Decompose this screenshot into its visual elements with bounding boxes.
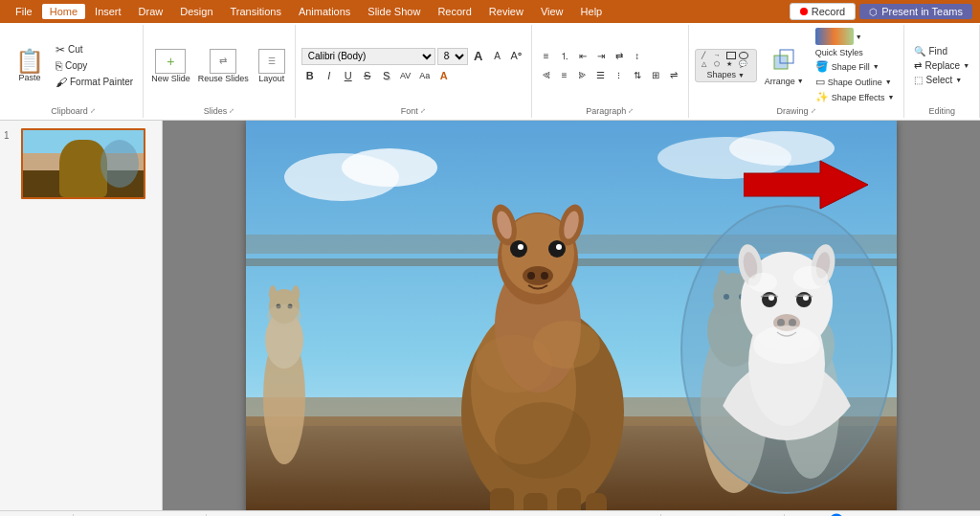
strikethrough-button[interactable]: S bbox=[359, 67, 376, 84]
paste-label: Paste bbox=[18, 73, 40, 82]
italic-button[interactable]: I bbox=[321, 67, 338, 84]
char-spacing-button[interactable]: AV bbox=[397, 67, 414, 84]
shape-pentagon: ⬠ bbox=[714, 60, 725, 68]
change-case-button[interactable]: Aa bbox=[416, 67, 434, 84]
font-size-select[interactable]: 88 bbox=[437, 48, 468, 65]
slides-expand-icon[interactable]: ⤢ bbox=[229, 107, 234, 115]
copy-icon: ⎘ bbox=[56, 59, 62, 73]
arrange-button[interactable]: Arrange ▼ bbox=[761, 42, 808, 90]
paragraph-expand-icon[interactable]: ⤢ bbox=[628, 107, 634, 115]
convert-smartart-button[interactable]: ⇄ bbox=[611, 48, 628, 65]
shape-effects-button[interactable]: ✨ Shape Effects ▼ bbox=[812, 90, 899, 104]
shape-star: ★ bbox=[726, 60, 738, 68]
clipboard-small-buttons: ✂ Cut ⎘ Copy 🖌 Format Painter bbox=[52, 42, 137, 90]
drawing-group: ╱ → △ ⬠ ★ 💬 Shapes ▼ bbox=[689, 25, 905, 118]
font-row-1: Calibri (Body) 88 A A Aᵒ bbox=[301, 48, 525, 65]
indent-increase-button[interactable]: ⇥ bbox=[592, 48, 610, 65]
shape-outline-button[interactable]: ▭ Shape Outline ▼ bbox=[812, 75, 899, 89]
font-row-2: B I U S S AV Aa A bbox=[301, 67, 525, 84]
paragraph-content: ≡ ⒈ ⇤ ⇥ ⇄ ↕ ⫷ ≡ ⫸ ☰ ⫶ ⇅ ⊞ bbox=[538, 27, 682, 104]
menu-insert[interactable]: Insert bbox=[87, 4, 129, 19]
menu-file[interactable]: File bbox=[8, 4, 40, 19]
line-spacing-button[interactable]: ↕ bbox=[629, 48, 646, 65]
align-center-button[interactable]: ≡ bbox=[556, 67, 573, 84]
record-button[interactable]: Record bbox=[790, 3, 856, 20]
fill-dropdown-icon: ▼ bbox=[873, 63, 880, 70]
para-row-2: ⫷ ≡ ⫸ ☰ ⫶ ⇅ ⊞ ⇌ bbox=[538, 67, 682, 84]
copy-button[interactable]: ⎘ Copy bbox=[52, 58, 137, 74]
decrease-font-button[interactable]: A bbox=[489, 48, 506, 65]
bold-button[interactable]: B bbox=[301, 67, 319, 84]
align-right-button[interactable]: ⫸ bbox=[574, 67, 591, 84]
paste-button[interactable]: 📋 Paste bbox=[10, 48, 50, 84]
smartart-convert-button[interactable]: ⇌ bbox=[665, 67, 682, 84]
font-name-select[interactable]: Calibri (Body) bbox=[301, 48, 435, 65]
menu-animations[interactable]: Animations bbox=[291, 4, 358, 19]
menu-home[interactable]: Home bbox=[42, 4, 85, 19]
quick-styles-button[interactable]: ▼ Quick Styles bbox=[812, 27, 899, 58]
editing-buttons: 🔍 Find ⇄ Replace ▼ ⬚ Select ▼ bbox=[910, 45, 973, 86]
shape-outline-icon: ▭ bbox=[815, 76, 825, 88]
numbering-button[interactable]: ⒈ bbox=[556, 48, 573, 65]
indent-decrease-button[interactable]: ⇤ bbox=[574, 48, 591, 65]
menu-transitions[interactable]: Transitions bbox=[223, 4, 289, 19]
find-button[interactable]: 🔍 Find bbox=[910, 45, 973, 57]
slide-1-container: 1 bbox=[4, 128, 158, 199]
slide-panel: 1 bbox=[0, 121, 163, 510]
justify-button[interactable]: ☰ bbox=[592, 67, 610, 84]
menu-draw[interactable]: Draw bbox=[131, 4, 171, 19]
menu-help[interactable]: Help bbox=[573, 4, 611, 19]
svg-point-75 bbox=[753, 325, 820, 364]
align-left-button[interactable]: ⫷ bbox=[538, 67, 555, 84]
clipboard-expand-icon[interactable]: ⤢ bbox=[90, 107, 96, 115]
new-slide-button[interactable]: + New Slide bbox=[149, 47, 192, 85]
format-painter-button[interactable]: 🖌 Format Painter bbox=[52, 75, 137, 90]
align-text-button[interactable]: ⊞ bbox=[647, 67, 664, 84]
menu-review[interactable]: Review bbox=[481, 4, 531, 19]
shapes-button[interactable]: ╱ → △ ⬠ ★ 💬 Shapes ▼ bbox=[695, 49, 757, 82]
slides-group-label: Slides ⤢ bbox=[149, 104, 289, 116]
bullets-button[interactable]: ≡ bbox=[538, 48, 555, 65]
shapes-dropdown-icon: ▼ bbox=[738, 72, 745, 79]
zoom-slider[interactable] bbox=[823, 513, 880, 517]
editing-group: 🔍 Find ⇄ Replace ▼ ⬚ Select ▼ bbox=[904, 25, 980, 118]
underline-button[interactable]: U bbox=[340, 67, 357, 84]
svg-rect-40 bbox=[490, 488, 514, 511]
slide-1-thumbnail[interactable] bbox=[21, 128, 145, 199]
select-button[interactable]: ⬚ Select ▼ bbox=[910, 74, 973, 86]
find-icon: 🔍 bbox=[914, 46, 925, 56]
shadow-button[interactable]: S bbox=[378, 67, 395, 84]
svg-point-71 bbox=[777, 319, 785, 326]
drawing-small-btns: ▼ Quick Styles 🪣 Shape Fill ▼ ▭ Shape Ou… bbox=[812, 27, 899, 104]
cut-button[interactable]: ✂ Cut bbox=[52, 42, 137, 57]
slides-group: + New Slide ⇄ Reuse Slides ☰ Layout bbox=[144, 25, 296, 118]
menu-record[interactable]: Record bbox=[430, 4, 479, 19]
ribbon-content: 📋 Paste ✂ Cut ⎘ Copy 🖌 Format Painter bbox=[0, 23, 980, 120]
present-teams-button[interactable]: ⬡ Present in Teams bbox=[859, 4, 972, 19]
layout-button[interactable]: ☰ Layout bbox=[255, 47, 289, 85]
font-controls: Calibri (Body) 88 A A Aᵒ B I U S bbox=[301, 48, 525, 84]
slide-canvas[interactable] bbox=[246, 121, 897, 510]
menu-view[interactable]: View bbox=[533, 4, 571, 19]
shape-arrow: → bbox=[714, 52, 725, 59]
text-direction-button[interactable]: ⇅ bbox=[629, 67, 646, 84]
clipboard-group: 📋 Paste ✂ Cut ⎘ Copy 🖌 Format Painter bbox=[4, 25, 144, 118]
columns-button[interactable]: ⫶ bbox=[611, 67, 628, 84]
menu-slideshow[interactable]: Slide Show bbox=[360, 4, 428, 19]
increase-font-button[interactable]: A bbox=[470, 48, 487, 65]
clear-format-button[interactable]: Aᵒ bbox=[508, 48, 525, 65]
canvas-area[interactable] bbox=[163, 121, 980, 510]
replace-dropdown: ▼ bbox=[963, 62, 969, 69]
slide-background-svg bbox=[246, 121, 897, 510]
font-color-button[interactable]: A bbox=[435, 67, 453, 84]
svg-rect-42 bbox=[557, 488, 581, 511]
replace-button[interactable]: ⇄ Replace ▼ bbox=[910, 59, 973, 72]
ribbon: 📋 Paste ✂ Cut ⎘ Copy 🖌 Format Painter bbox=[0, 23, 980, 121]
reuse-slides-button[interactable]: ⇄ Reuse Slides bbox=[196, 47, 251, 85]
font-expand-icon[interactable]: ⤢ bbox=[420, 107, 426, 115]
drawing-expand-icon[interactable]: ⤢ bbox=[811, 107, 816, 115]
shape-fill-button[interactable]: 🪣 Shape Fill ▼ bbox=[812, 59, 899, 74]
menu-bar: File Home Insert Draw Design Transitions… bbox=[8, 4, 610, 19]
status-bar: Slide 1 of 1 English (United States) Acc… bbox=[0, 510, 980, 516]
menu-design[interactable]: Design bbox=[172, 4, 220, 19]
